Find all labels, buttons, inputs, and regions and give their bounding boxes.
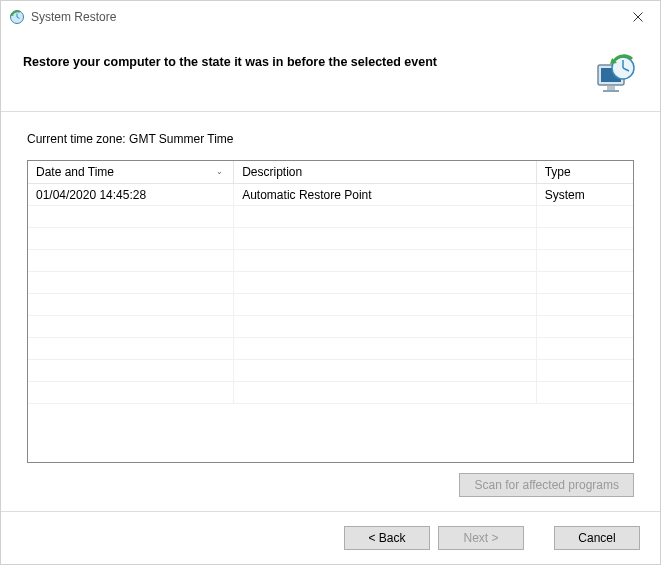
col-header-type[interactable]: Type — [536, 161, 633, 184]
table-row[interactable] — [28, 294, 633, 316]
svg-rect-9 — [603, 90, 619, 92]
table-row[interactable] — [28, 206, 633, 228]
timezone-label: Current time zone: GMT Summer Time — [27, 132, 634, 146]
table-row[interactable] — [28, 382, 633, 404]
page-heading: Restore your computer to the state it wa… — [23, 51, 578, 69]
cell-datetime: 01/04/2020 14:45:28 — [28, 184, 234, 206]
cell-description: Automatic Restore Point — [234, 184, 537, 206]
restore-hero-icon — [590, 51, 638, 99]
col-header-description-label: Description — [242, 165, 302, 179]
scan-affected-programs-button[interactable]: Scan for affected programs — [459, 473, 634, 497]
timezone-prefix: Current time zone: — [27, 132, 129, 146]
system-restore-icon — [9, 9, 25, 25]
wizard-header: Restore your computer to the state it wa… — [1, 33, 660, 111]
col-header-datetime-label: Date and Time — [36, 165, 114, 179]
table-row[interactable] — [28, 360, 633, 382]
svg-rect-8 — [607, 86, 615, 90]
table-row[interactable] — [28, 272, 633, 294]
wizard-footer: < Back Next > Cancel — [1, 511, 660, 564]
next-button[interactable]: Next > — [438, 526, 524, 550]
timezone-value: GMT Summer Time — [129, 132, 233, 146]
back-button[interactable]: < Back — [344, 526, 430, 550]
table-row[interactable]: 01/04/2020 14:45:28 Automatic Restore Po… — [28, 184, 633, 206]
table-row[interactable] — [28, 228, 633, 250]
wizard-body: Current time zone: GMT Summer Time Date … — [1, 111, 660, 511]
col-header-type-label: Type — [545, 165, 571, 179]
restore-points-table[interactable]: Date and Time ⌄ Description Type 01/04/2… — [27, 160, 634, 463]
table-row[interactable] — [28, 250, 633, 272]
table-row[interactable] — [28, 316, 633, 338]
cancel-button[interactable]: Cancel — [554, 526, 640, 550]
col-header-datetime[interactable]: Date and Time ⌄ — [28, 161, 234, 184]
titlebar: System Restore — [1, 1, 660, 33]
cell-type: System — [536, 184, 633, 206]
window-title: System Restore — [31, 10, 616, 24]
col-header-description[interactable]: Description — [234, 161, 537, 184]
table-row[interactable] — [28, 338, 633, 360]
sort-caret-icon: ⌄ — [216, 167, 223, 176]
close-button[interactable] — [616, 1, 660, 33]
